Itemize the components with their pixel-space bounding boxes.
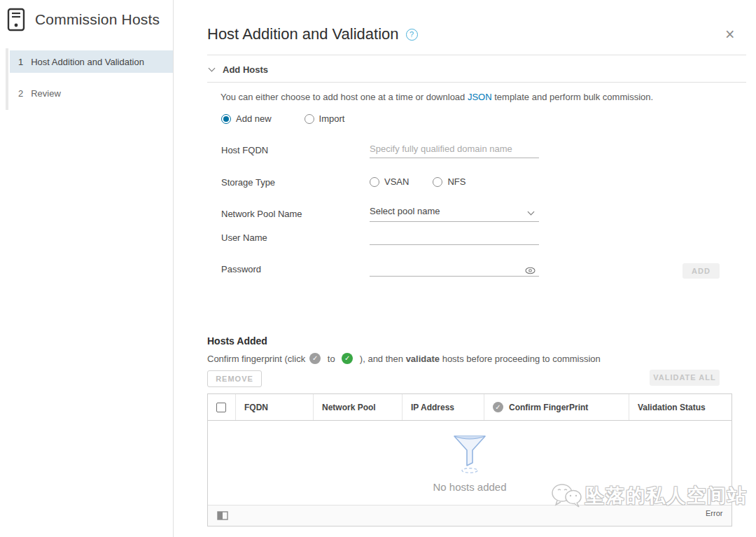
unconfirmed-fingerprint-icon: ✓ xyxy=(309,353,321,364)
wizard-sidebar: Commission Hosts 1 Host Addition and Val… xyxy=(0,0,174,537)
storage-type-radio-group: VSAN NFS xyxy=(370,176,465,187)
import-radio-label: Import xyxy=(319,113,345,124)
host-fqdn-label: Host FQDN xyxy=(221,145,268,155)
divider xyxy=(207,82,746,83)
sidebar-header: Commission Hosts xyxy=(7,8,160,32)
add-new-radio-label: Add new xyxy=(236,113,272,124)
add-hosts-section-label: Add Hosts xyxy=(223,64,268,75)
empty-table-message: No hosts added xyxy=(433,481,506,493)
column-settings-icon[interactable] xyxy=(217,511,228,520)
add-mode-radio-group: Add new Import xyxy=(221,113,344,124)
hint-part1: Confirm fingerprint (click xyxy=(207,354,305,364)
step-number: 1 xyxy=(18,57,23,67)
step-number: 2 xyxy=(18,88,23,99)
hosts-table-footer xyxy=(208,505,732,526)
network-pool-label: Network Pool Name xyxy=(221,209,302,219)
wizard-title: Commission Hosts xyxy=(35,11,160,28)
user-name-label: User Name xyxy=(221,232,267,243)
steps-track xyxy=(6,48,8,110)
user-name-input[interactable] xyxy=(370,229,539,245)
header-cell-select xyxy=(208,394,236,420)
hosts-table-empty-state: No hosts added xyxy=(208,421,732,505)
hint-validate-word: validate xyxy=(406,354,440,364)
remove-button[interactable]: REMOVE xyxy=(207,370,262,387)
sidebar-step-host-addition[interactable]: 1 Host Addition and Validation xyxy=(10,50,173,73)
header-cell-network-pool: Network Pool xyxy=(314,394,402,420)
help-icon[interactable]: ? xyxy=(406,29,418,41)
json-template-link[interactable]: JSON xyxy=(468,92,492,102)
page-header: Host Addition and Validation ? xyxy=(207,25,418,43)
fingerprint-check-icon: ✓ xyxy=(493,402,503,412)
hint-part2: to xyxy=(325,354,337,364)
description-suffix: template and perform bulk commission. xyxy=(492,92,653,102)
vsan-radio-label: VSAN xyxy=(384,176,409,187)
nfs-radio-label: NFS xyxy=(447,176,465,187)
host-fqdn-input[interactable] xyxy=(370,142,539,158)
commission-hosts-dialog: Commission Hosts 1 Host Addition and Val… xyxy=(0,0,756,537)
hosts-table-header: FQDN Network Pool IP Address ✓ Confirm F… xyxy=(208,394,732,421)
vsan-radio[interactable] xyxy=(370,177,379,187)
host-server-icon xyxy=(7,8,25,32)
hint-part4: hosts before proceeding to commission xyxy=(440,354,601,364)
network-pool-select[interactable]: Select pool name xyxy=(370,204,539,222)
nfs-radio[interactable] xyxy=(433,177,442,187)
description-prefix: You can either choose to add host one at… xyxy=(220,92,468,102)
sidebar-step-review[interactable]: 2 Review xyxy=(10,82,173,104)
page-title: Host Addition and Validation xyxy=(207,25,399,43)
header-cell-ip-address: IP Address xyxy=(402,394,484,420)
storage-type-label: Storage Type xyxy=(221,177,275,188)
step-label: Review xyxy=(31,88,61,99)
add-button[interactable]: ADD xyxy=(682,263,720,279)
empty-filter-funnel-icon xyxy=(450,433,489,474)
fingerprint-hint: Confirm fingerprint (click ✓ to ✓ ), and… xyxy=(207,353,601,364)
divider xyxy=(207,55,746,55)
bulk-commission-description: You can either choose to add host one at… xyxy=(220,92,653,102)
confirmed-fingerprint-icon: ✓ xyxy=(342,353,353,364)
password-input[interactable] xyxy=(370,260,539,277)
header-cell-confirm-fingerprint: ✓ Confirm FingerPrint xyxy=(484,394,629,420)
chevron-down-icon xyxy=(209,65,216,72)
close-icon[interactable]: × xyxy=(725,27,734,43)
select-all-checkbox[interactable] xyxy=(216,403,226,412)
hosts-table: FQDN Network Pool IP Address ✓ Confirm F… xyxy=(207,393,732,526)
header-cell-validation-status: Validation Status xyxy=(629,394,732,420)
validate-all-button[interactable]: VALIDATE ALL xyxy=(650,370,720,386)
show-password-icon[interactable] xyxy=(525,265,536,277)
hosts-added-title: Hosts Added xyxy=(207,335,267,347)
add-new-radio[interactable] xyxy=(221,114,231,124)
password-label: Password xyxy=(221,264,261,274)
hint-part3: ), and then xyxy=(357,354,405,364)
error-label: Error xyxy=(706,509,722,517)
step-label: Host Addition and Validation xyxy=(31,57,144,67)
add-hosts-section-toggle[interactable]: Add Hosts xyxy=(209,62,268,77)
import-radio[interactable] xyxy=(304,114,314,124)
header-cell-fqdn: FQDN xyxy=(236,394,314,420)
